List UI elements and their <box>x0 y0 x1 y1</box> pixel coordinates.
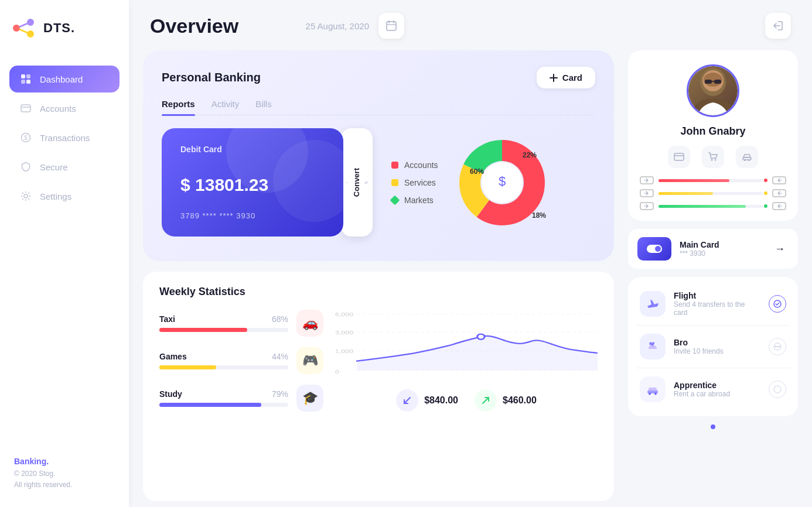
sidebar-item-accounts-label: Accounts <box>40 104 76 114</box>
main-card-arrow[interactable]: → <box>771 240 789 258</box>
svg-point-47 <box>715 159 717 161</box>
progress-lozenge-yellow-end <box>772 189 786 197</box>
apprentice-task-info: Apprentice Rent a car abroad <box>674 381 760 398</box>
copyright: © 2020 Stog. <box>14 468 115 479</box>
ws-bar-header-taxi: Taxi 68% <box>159 314 288 324</box>
sidebar-item-secure[interactable]: Secure <box>9 153 120 180</box>
add-card-button[interactable]: Card <box>537 67 595 88</box>
task-flight: Flight Send 4 transfers to the card <box>636 283 790 326</box>
sidebar-item-transactions[interactable]: $ Transactions <box>9 124 120 151</box>
svg-rect-42 <box>714 80 721 84</box>
tab-reports[interactable]: Reports <box>162 99 195 115</box>
ws-bar-content-taxi: Taxi 68% <box>159 314 288 332</box>
sidebar-item-dashboard[interactable]: Dashboard <box>9 66 120 93</box>
ws-bar-label-games: Games <box>159 352 187 361</box>
sidebar-item-accounts[interactable]: Accounts <box>9 95 120 122</box>
line-chart-svg: 6,000 3,000 1,000 0 <box>335 310 598 380</box>
legend: Accounts Services Markets <box>391 160 438 205</box>
svg-point-53 <box>775 346 776 347</box>
card-label: Debit Card <box>180 145 325 154</box>
pb-body: Debit Card $ 13801.23 3789 **** **** 393… <box>162 128 595 237</box>
task-bro: Bro Invite 10 friends <box>636 326 790 368</box>
progress-track-red <box>659 179 767 182</box>
main-card-info: Main Card *** 3930 <box>680 240 763 258</box>
ws-bar-fill-games <box>159 365 216 369</box>
svg-text:22%: 22% <box>523 151 537 159</box>
user-action-shop[interactable] <box>702 146 724 168</box>
mini-card <box>637 237 671 261</box>
dot-indicator <box>628 421 798 431</box>
tab-activity[interactable]: Activity <box>211 99 240 115</box>
tasks-list: Flight Send 4 transfers to the card <box>628 277 798 416</box>
svg-point-13 <box>24 194 28 198</box>
avatar <box>687 64 739 117</box>
svg-point-55 <box>779 346 780 347</box>
bro-task-action[interactable] <box>769 338 786 355</box>
svg-point-50 <box>748 159 750 161</box>
sidebar-item-dashboard-label: Dashboard <box>40 74 83 84</box>
pb-tabs: Reports Activity Bills <box>162 99 595 115</box>
svg-point-58 <box>654 393 657 395</box>
legend-services: Services <box>391 178 438 187</box>
ws-bar-pct-games: 44% <box>272 352 288 361</box>
svg-rect-48 <box>743 157 751 160</box>
tab-bills[interactable]: Bills <box>255 99 272 115</box>
bro-task-title: Bro <box>674 338 760 347</box>
ws-total-val-2: $460.00 <box>503 395 537 406</box>
svg-text:1,000: 1,000 <box>335 348 353 354</box>
sidebar-item-settings-label: Settings <box>40 191 71 201</box>
legend-dot-markets <box>390 195 400 205</box>
convert-button[interactable]: Convert <box>341 128 373 237</box>
main-card-row: Main Card *** 3930 → <box>628 229 798 269</box>
progress-fill-green <box>659 205 746 208</box>
progress-bar-red <box>640 176 786 184</box>
mini-card-toggle <box>647 245 662 253</box>
sidebar-item-settings[interactable]: Settings <box>9 183 120 210</box>
apprentice-task-action[interactable] <box>769 381 786 398</box>
progress-lozenge-green-end <box>772 202 786 210</box>
ws-bar-fill-study <box>159 403 261 407</box>
flight-task-info: Flight Send 4 transfers to the card <box>674 291 760 317</box>
ws-icon-study: 🎓 <box>296 385 323 412</box>
svg-rect-41 <box>705 80 712 84</box>
logout-button[interactable] <box>765 13 791 39</box>
ws-icon-taxi: 🚗 <box>296 310 323 337</box>
progress-lozenge-red-end <box>772 176 786 184</box>
ws-total-icon-1 <box>396 389 418 412</box>
progress-fill-yellow <box>659 192 713 195</box>
svg-text:0: 0 <box>335 368 339 374</box>
user-actions <box>668 146 758 168</box>
progress-lozenge-green <box>640 202 654 210</box>
ws-body: Taxi 68% 🚗 <box>159 310 598 412</box>
task-apprentice: Apprentice Rent a car abroad <box>636 368 790 410</box>
chart-area: Accounts Services Markets <box>391 133 595 232</box>
ws-bar-games: Games 44% 🎮 <box>159 347 323 374</box>
header-date: 25 August, 2020 <box>306 21 369 31</box>
ws-icon-games: 🎮 <box>296 347 323 374</box>
progress-dot-red <box>763 177 769 183</box>
header-right: 25 August, 2020 <box>306 13 791 39</box>
calendar-button[interactable] <box>378 13 404 39</box>
nav-items: Dashboard Accounts $ Transactions <box>9 66 120 446</box>
main-card-name: Main Card <box>680 240 763 249</box>
weekly-stats: Weekly Statistics Taxi 68% <box>143 272 614 501</box>
bro-task-icon <box>640 334 666 359</box>
main-area: Overview 25 August, 2020 <box>129 0 812 507</box>
user-action-car[interactable] <box>736 146 758 168</box>
svg-rect-8 <box>26 80 30 84</box>
progress-bars <box>640 176 786 210</box>
flight-task-action[interactable] <box>769 295 786 313</box>
flight-task-icon <box>640 291 666 317</box>
convert-label: Convert <box>352 168 361 197</box>
ws-bar-study: Study 79% 🎓 <box>159 385 323 412</box>
svg-text:60%: 60% <box>470 167 484 176</box>
content: Personal Banking Card Reports Activity B… <box>129 44 812 507</box>
svg-line-4 <box>19 29 28 33</box>
bro-task-sub: Invite 10 friends <box>674 347 760 355</box>
banking-section: Personal Banking Card Reports Activity B… <box>143 50 614 501</box>
payment-icon <box>668 146 690 168</box>
legend-label-markets: Markets <box>404 196 434 205</box>
ws-line-chart: 6,000 3,000 1,000 0 <box>335 310 598 412</box>
user-action-payment[interactable] <box>668 146 690 168</box>
ws-bar-header-study: Study 79% <box>159 389 288 399</box>
